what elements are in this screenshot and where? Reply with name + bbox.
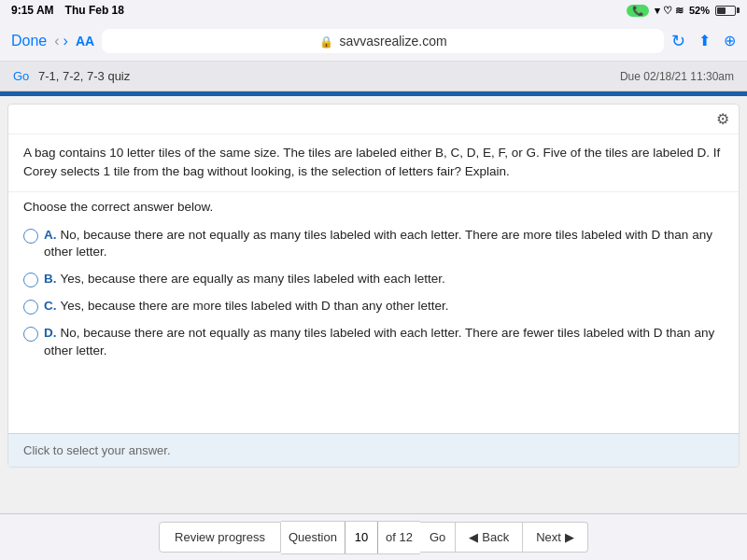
time-display: 9:15 AM <box>11 4 54 17</box>
nav-arrows: ‹ › <box>54 33 68 49</box>
answer-item-D[interactable]: D.No, because there are not equally as m… <box>23 325 724 360</box>
battery-icon <box>715 6 736 16</box>
answer-letter-C: C. <box>44 299 57 313</box>
back-arrow-button[interactable]: ‹ <box>54 33 59 49</box>
done-button[interactable]: Done <box>11 33 47 49</box>
next-arrow-icon: ▶ <box>565 530 574 544</box>
status-right: 📞 ▾ ♡ ≋ 52% <box>627 5 736 17</box>
lock-icon: 🔒 <box>319 35 333 49</box>
toolbar-right: ↻ ⬆ ⊕ <box>671 31 736 51</box>
back-arrow-icon: ◀ <box>469 530 478 544</box>
back-label: Back <box>482 530 509 544</box>
url-bar[interactable]: 🔒 savvasrealize.com <box>102 29 664 53</box>
question-navigator: Question of 12 <box>281 521 420 554</box>
share-icon[interactable]: ⬆ <box>698 32 711 49</box>
content-header: ⚙ <box>8 105 739 134</box>
settings-icon[interactable]: ⚙ <box>716 110 729 128</box>
due-date: Due 02/18/21 11:30am <box>620 70 734 83</box>
next-button[interactable]: Next ▶ <box>523 522 588 553</box>
call-icon: 📞 <box>627 5 649 17</box>
text-size-button[interactable]: AA <box>76 34 94 49</box>
answer-item-A[interactable]: A.No, because there are not equally as m… <box>23 227 724 262</box>
answer-text-B: B.Yes, because there are equally as many… <box>44 271 445 288</box>
radio-D[interactable] <box>23 327 38 342</box>
status-left: 9:15 AM Thu Feb 18 <box>11 4 124 17</box>
answer-item-B[interactable]: B.Yes, because there are equally as many… <box>23 271 724 288</box>
forward-arrow-button[interactable]: › <box>63 33 68 49</box>
question-label: Question <box>281 530 345 544</box>
answer-text-C: C.Yes, because there are more tiles labe… <box>44 298 449 315</box>
instruction-text: Choose the correct answer below. <box>8 192 739 221</box>
radio-C[interactable] <box>23 300 38 315</box>
compass-icon[interactable]: ⊕ <box>724 32 736 49</box>
accent-bar <box>0 91 747 96</box>
main-content: ⚙ A bag contains 10 letter tiles of the … <box>7 104 740 468</box>
answer-letter-B: B. <box>44 272 57 286</box>
nav-left: Go 7-1, 7-2, 7-3 quiz <box>13 69 130 83</box>
review-progress-button[interactable]: Review progress <box>159 522 281 553</box>
date-display: Thu Feb 18 <box>65 4 124 17</box>
go-button[interactable]: Go <box>420 522 456 553</box>
status-bar: 9:15 AM Thu Feb 18 📞 ▾ ♡ ≋ 52% <box>0 0 747 21</box>
browser-toolbar: Done ‹ › AA 🔒 savvasrealize.com ↻ ⬆ ⊕ <box>0 21 747 62</box>
question-text: A bag contains 10 letter tiles of the sa… <box>8 134 739 192</box>
click-select-text: Click to select your answer. <box>23 443 171 457</box>
answer-text-D: D.No, because there are not equally as m… <box>44 325 724 360</box>
reload-icon[interactable]: ↻ <box>671 31 685 51</box>
question-number-input[interactable] <box>345 522 378 553</box>
answer-text-A: A.No, because there are not equally as m… <box>44 227 724 262</box>
answer-item-C[interactable]: C.Yes, because there are more tiles labe… <box>23 298 724 315</box>
answer-letter-A: A. <box>44 228 57 242</box>
next-label: Next <box>536 530 561 544</box>
exit-link[interactable]: Go <box>13 69 29 83</box>
quiz-title: 7-1, 7-2, 7-3 quiz <box>38 69 130 83</box>
answers-list: A.No, because there are not equally as m… <box>8 221 739 375</box>
answer-letter-D: D. <box>44 326 57 340</box>
nav-bar: Go 7-1, 7-2, 7-3 quiz Due 02/18/21 11:30… <box>0 62 747 91</box>
radio-A[interactable] <box>23 229 38 244</box>
click-select-bar[interactable]: Click to select your answer. <box>8 433 739 467</box>
back-button[interactable]: ◀ Back <box>456 522 523 553</box>
url-text: savvasrealize.com <box>339 34 446 49</box>
radio-B[interactable] <box>23 273 38 287</box>
question-total: of 12 <box>378 530 420 544</box>
wifi-icon: ▾ ♡ ≋ <box>655 5 684 17</box>
battery-percentage: 52% <box>689 5 710 16</box>
bottom-toolbar: Review progress Question of 12 Go ◀ Back… <box>0 513 747 560</box>
